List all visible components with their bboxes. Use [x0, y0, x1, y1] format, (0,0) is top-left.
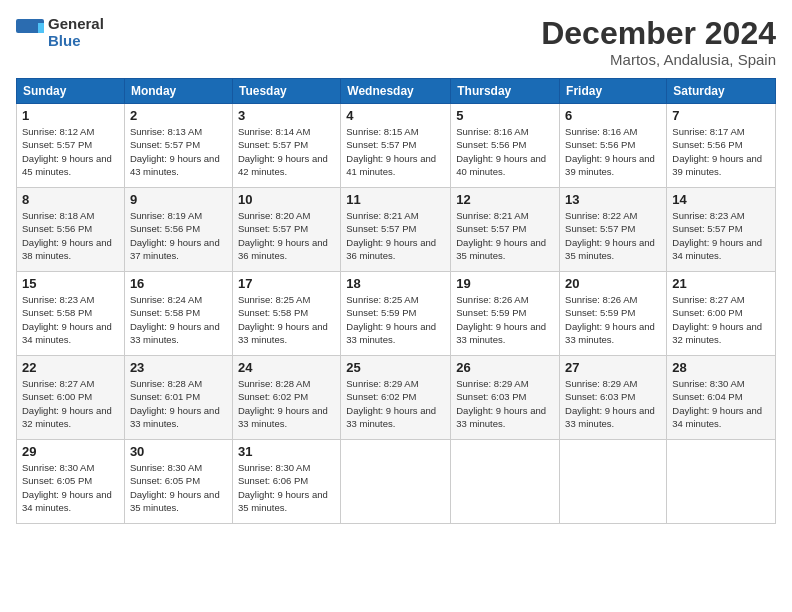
day-detail: Sunrise: 8:19 AMSunset: 5:56 PMDaylight:…	[130, 210, 220, 261]
day-detail: Sunrise: 8:28 AMSunset: 6:02 PMDaylight:…	[238, 378, 328, 429]
day-number: 27	[565, 360, 661, 375]
table-row: 19 Sunrise: 8:26 AMSunset: 5:59 PMDaylig…	[451, 272, 560, 356]
table-row: 27 Sunrise: 8:29 AMSunset: 6:03 PMDaylig…	[560, 356, 667, 440]
day-number: 16	[130, 276, 227, 291]
title-block: December 2024 Martos, Andalusia, Spain	[541, 16, 776, 68]
table-row: 30 Sunrise: 8:30 AMSunset: 6:05 PMDaylig…	[124, 440, 232, 524]
table-row: 16 Sunrise: 8:24 AMSunset: 5:58 PMDaylig…	[124, 272, 232, 356]
day-detail: Sunrise: 8:22 AMSunset: 5:57 PMDaylight:…	[565, 210, 655, 261]
day-detail: Sunrise: 8:16 AMSunset: 5:56 PMDaylight:…	[456, 126, 546, 177]
table-row	[341, 440, 451, 524]
day-detail: Sunrise: 8:12 AMSunset: 5:57 PMDaylight:…	[22, 126, 112, 177]
table-row: 17 Sunrise: 8:25 AMSunset: 5:58 PMDaylig…	[232, 272, 340, 356]
day-number: 7	[672, 108, 770, 123]
day-detail: Sunrise: 8:30 AMSunset: 6:05 PMDaylight:…	[130, 462, 220, 513]
logo-general: General	[48, 16, 104, 33]
day-detail: Sunrise: 8:23 AMSunset: 5:57 PMDaylight:…	[672, 210, 762, 261]
day-detail: Sunrise: 8:29 AMSunset: 6:03 PMDaylight:…	[456, 378, 546, 429]
logo-text: General Blue	[48, 16, 104, 49]
day-number: 23	[130, 360, 227, 375]
day-number: 25	[346, 360, 445, 375]
table-row: 15 Sunrise: 8:23 AMSunset: 5:58 PMDaylig…	[17, 272, 125, 356]
logo-blue: Blue	[48, 33, 104, 50]
table-row: 8 Sunrise: 8:18 AMSunset: 5:56 PMDayligh…	[17, 188, 125, 272]
calendar-week-row: 29 Sunrise: 8:30 AMSunset: 6:05 PMDaylig…	[17, 440, 776, 524]
calendar-week-row: 1 Sunrise: 8:12 AMSunset: 5:57 PMDayligh…	[17, 104, 776, 188]
table-row: 22 Sunrise: 8:27 AMSunset: 6:00 PMDaylig…	[17, 356, 125, 440]
day-detail: Sunrise: 8:21 AMSunset: 5:57 PMDaylight:…	[346, 210, 436, 261]
day-detail: Sunrise: 8:21 AMSunset: 5:57 PMDaylight:…	[456, 210, 546, 261]
day-number: 28	[672, 360, 770, 375]
day-number: 6	[565, 108, 661, 123]
day-number: 15	[22, 276, 119, 291]
day-detail: Sunrise: 8:30 AMSunset: 6:05 PMDaylight:…	[22, 462, 112, 513]
table-row: 10 Sunrise: 8:20 AMSunset: 5:57 PMDaylig…	[232, 188, 340, 272]
day-number: 18	[346, 276, 445, 291]
table-row: 28 Sunrise: 8:30 AMSunset: 6:04 PMDaylig…	[667, 356, 776, 440]
day-detail: Sunrise: 8:29 AMSunset: 6:03 PMDaylight:…	[565, 378, 655, 429]
table-row: 23 Sunrise: 8:28 AMSunset: 6:01 PMDaylig…	[124, 356, 232, 440]
table-row: 13 Sunrise: 8:22 AMSunset: 5:57 PMDaylig…	[560, 188, 667, 272]
day-detail: Sunrise: 8:16 AMSunset: 5:56 PMDaylight:…	[565, 126, 655, 177]
table-row: 7 Sunrise: 8:17 AMSunset: 5:56 PMDayligh…	[667, 104, 776, 188]
day-number: 1	[22, 108, 119, 123]
day-detail: Sunrise: 8:25 AMSunset: 5:59 PMDaylight:…	[346, 294, 436, 345]
day-number: 29	[22, 444, 119, 459]
table-row: 20 Sunrise: 8:26 AMSunset: 5:59 PMDaylig…	[560, 272, 667, 356]
table-row: 18 Sunrise: 8:25 AMSunset: 5:59 PMDaylig…	[341, 272, 451, 356]
table-row: 1 Sunrise: 8:12 AMSunset: 5:57 PMDayligh…	[17, 104, 125, 188]
table-row: 21 Sunrise: 8:27 AMSunset: 6:00 PMDaylig…	[667, 272, 776, 356]
table-row	[667, 440, 776, 524]
page-container: General Blue December 2024 Martos, Andal…	[0, 0, 792, 612]
logo: General Blue	[16, 16, 104, 49]
table-row: 26 Sunrise: 8:29 AMSunset: 6:03 PMDaylig…	[451, 356, 560, 440]
table-row: 24 Sunrise: 8:28 AMSunset: 6:02 PMDaylig…	[232, 356, 340, 440]
logo-icon	[16, 19, 44, 47]
header-monday: Monday	[124, 79, 232, 104]
header-wednesday: Wednesday	[341, 79, 451, 104]
day-number: 4	[346, 108, 445, 123]
table-row: 6 Sunrise: 8:16 AMSunset: 5:56 PMDayligh…	[560, 104, 667, 188]
calendar-week-row: 22 Sunrise: 8:27 AMSunset: 6:00 PMDaylig…	[17, 356, 776, 440]
day-detail: Sunrise: 8:17 AMSunset: 5:56 PMDaylight:…	[672, 126, 762, 177]
day-number: 11	[346, 192, 445, 207]
day-number: 8	[22, 192, 119, 207]
table-row: 12 Sunrise: 8:21 AMSunset: 5:57 PMDaylig…	[451, 188, 560, 272]
day-detail: Sunrise: 8:26 AMSunset: 5:59 PMDaylight:…	[565, 294, 655, 345]
day-detail: Sunrise: 8:29 AMSunset: 6:02 PMDaylight:…	[346, 378, 436, 429]
day-detail: Sunrise: 8:18 AMSunset: 5:56 PMDaylight:…	[22, 210, 112, 261]
table-row: 9 Sunrise: 8:19 AMSunset: 5:56 PMDayligh…	[124, 188, 232, 272]
header-sunday: Sunday	[17, 79, 125, 104]
calendar-week-row: 15 Sunrise: 8:23 AMSunset: 5:58 PMDaylig…	[17, 272, 776, 356]
day-number: 30	[130, 444, 227, 459]
table-row: 31 Sunrise: 8:30 AMSunset: 6:06 PMDaylig…	[232, 440, 340, 524]
day-number: 21	[672, 276, 770, 291]
day-number: 19	[456, 276, 554, 291]
day-number: 14	[672, 192, 770, 207]
calendar-table: Sunday Monday Tuesday Wednesday Thursday…	[16, 78, 776, 524]
header-tuesday: Tuesday	[232, 79, 340, 104]
main-title: December 2024	[541, 16, 776, 51]
header-thursday: Thursday	[451, 79, 560, 104]
day-number: 9	[130, 192, 227, 207]
table-row: 4 Sunrise: 8:15 AMSunset: 5:57 PMDayligh…	[341, 104, 451, 188]
table-row: 29 Sunrise: 8:30 AMSunset: 6:05 PMDaylig…	[17, 440, 125, 524]
day-number: 31	[238, 444, 335, 459]
day-number: 24	[238, 360, 335, 375]
day-detail: Sunrise: 8:30 AMSunset: 6:06 PMDaylight:…	[238, 462, 328, 513]
day-detail: Sunrise: 8:24 AMSunset: 5:58 PMDaylight:…	[130, 294, 220, 345]
day-detail: Sunrise: 8:14 AMSunset: 5:57 PMDaylight:…	[238, 126, 328, 177]
day-number: 3	[238, 108, 335, 123]
day-detail: Sunrise: 8:28 AMSunset: 6:01 PMDaylight:…	[130, 378, 220, 429]
table-row: 14 Sunrise: 8:23 AMSunset: 5:57 PMDaylig…	[667, 188, 776, 272]
table-row	[451, 440, 560, 524]
day-number: 20	[565, 276, 661, 291]
page-header: General Blue December 2024 Martos, Andal…	[16, 16, 776, 68]
day-detail: Sunrise: 8:25 AMSunset: 5:58 PMDaylight:…	[238, 294, 328, 345]
calendar-header-row: Sunday Monday Tuesday Wednesday Thursday…	[17, 79, 776, 104]
day-number: 13	[565, 192, 661, 207]
table-row: 11 Sunrise: 8:21 AMSunset: 5:57 PMDaylig…	[341, 188, 451, 272]
day-number: 22	[22, 360, 119, 375]
header-friday: Friday	[560, 79, 667, 104]
day-detail: Sunrise: 8:27 AMSunset: 6:00 PMDaylight:…	[22, 378, 112, 429]
